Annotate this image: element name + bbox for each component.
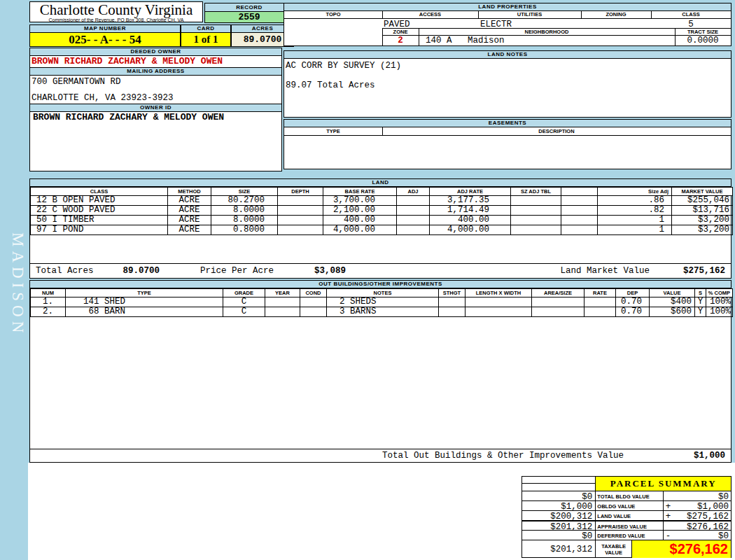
tract-size-label: TRACT SIZE — [675, 29, 731, 35]
ob-cell — [532, 298, 584, 307]
ps-row-label: OBLDG VALUE — [595, 501, 662, 510]
ob-cell — [300, 298, 327, 307]
address-line2: CHARLOTTE CH, VA 23923-3923 — [31, 93, 174, 103]
land-cell: $3,200 — [672, 225, 733, 235]
land-col-size: SIZE — [211, 188, 278, 196]
ob-col-notes: NOTES — [327, 289, 439, 298]
out-buildings-total-value: $1,000 — [694, 451, 725, 461]
ps-row-appraised: $201,312 APPRAISED VALUE $276,162 — [522, 520, 731, 530]
land-cell: ACRE — [168, 196, 211, 206]
mailing-address-block: 700 GERMANTOWN RD CHARLOTTE CH, VA 23923… — [30, 76, 281, 104]
ps-prev-value: $201,312 — [522, 522, 595, 530]
land-cell — [397, 216, 430, 225]
ps-amount: $275,162 — [687, 512, 729, 520]
land-cell: 8.0000 — [211, 216, 278, 225]
out-building-row: 1. 141 SHED C 2 SHEDS 0.70 $400 Y 100% — [31, 298, 733, 307]
zoning-label: ZONING — [581, 11, 651, 18]
ob-cell — [465, 307, 532, 317]
map-number-value: 025- - A- - - 54 — [30, 33, 180, 46]
land-cell — [397, 225, 430, 235]
land-table-header-row: CLASS METHOD SIZE DEPTH BASE RATE ADJ AD… — [31, 188, 733, 196]
ob-cell: 100% — [706, 298, 733, 307]
owner-box: DEEDED OWNER BROWN RICHARD ZACHARY & MEL… — [29, 48, 282, 172]
ob-cell: 68 BARN — [66, 307, 223, 317]
land-cell: 12 B OPEN PAVED — [31, 196, 168, 206]
land-row: 12 B OPEN PAVED ACRE 80.2700 3,700.00 3,… — [31, 196, 733, 206]
land-notes-box: LAND NOTES AC CORR BY SURVEY (21) 89.07 … — [284, 50, 732, 118]
ob-cell — [465, 298, 532, 307]
county-title: Charlotte County Virginia — [30, 2, 202, 18]
easements-box: EASEMENTS TYPE DESCRIPTION — [284, 119, 732, 169]
out-buildings-table: NUM TYPE GRADE YEAR COND NOTES STHGT LEN… — [30, 288, 733, 317]
land-note-line2: 89.07 Total Acres — [286, 80, 375, 90]
price-per-acre-label: Price Per Acre — [200, 266, 274, 276]
land-cell — [511, 216, 561, 225]
ps-header-left-cell — [522, 477, 595, 491]
land-col-depth: DEPTH — [278, 188, 323, 196]
land-cell — [511, 225, 561, 235]
land-cell: ACRE — [168, 225, 211, 235]
easement-description-label: DESCRIPTION — [382, 127, 731, 135]
record-value: 2559 — [205, 12, 293, 22]
ob-cell — [439, 298, 465, 307]
price-per-acre-value: $3,089 — [314, 266, 346, 276]
ob-cell: 0.70 — [616, 298, 650, 307]
owner-id-value: BROWN RICHARD ZACHARY & MELODY OWEN — [30, 112, 281, 124]
ps-row-value-cell: + $1,000 — [663, 501, 731, 510]
ps-taxable-prev: $201,312 — [522, 540, 595, 558]
record-box: RECORD 2559 — [204, 3, 294, 23]
utilities-label: UTILITIES — [478, 11, 581, 18]
ps-taxable-value: $276,162 — [631, 540, 731, 558]
owner-id-label: OWNER ID — [30, 104, 281, 112]
ob-cell: Y — [695, 307, 706, 317]
neighborhood-code: 140 A — [426, 36, 452, 46]
ob-col-dep: DEP — [616, 289, 650, 298]
ps-row-value-cell: $276,162 — [663, 522, 731, 530]
ps-prev-value: $0 — [522, 491, 595, 500]
easements-title: EASEMENTS — [284, 120, 731, 127]
land-cell — [278, 196, 323, 206]
ob-col-pct-comp: % COMP — [706, 289, 733, 298]
ob-cell — [584, 307, 616, 317]
ob-col-s: S — [695, 289, 706, 298]
land-notes-title: LAND NOTES — [284, 51, 731, 59]
ps-row-label: TOTAL BLDG VALUE — [595, 491, 662, 500]
land-cell — [561, 196, 598, 206]
district-sidebar-label: MADISON — [3, 232, 27, 372]
ob-cell — [439, 307, 465, 317]
ob-col-length-width: LENGTH X WIDTH — [465, 289, 532, 298]
land-cell: 3,177.35 — [430, 196, 511, 206]
land-col-adj-rate: ADJ RATE — [430, 188, 511, 196]
ob-col-value: VALUE — [650, 289, 695, 298]
ps-row-label: DEFERRED VALUE — [595, 531, 662, 540]
zone-value: 2 — [382, 36, 419, 46]
neighborhood-label: NEIGHBORHOOD — [419, 29, 675, 35]
land-cell: 0.8000 — [211, 225, 278, 235]
ob-cell: Y — [695, 298, 706, 307]
ob-cell: 3 BARNS — [327, 307, 439, 317]
ob-cell: 141 SHED — [66, 298, 223, 307]
easement-type-label: TYPE — [284, 127, 382, 135]
land-note-line1: AC CORR BY SURVEY (21) — [286, 61, 401, 71]
out-building-row: 2. 68 BARN C 3 BARNS 0.70 $600 Y 100% — [31, 307, 733, 317]
land-col-blank — [561, 188, 598, 196]
land-cell — [278, 206, 323, 216]
neighborhood-name: Madison — [468, 36, 505, 46]
ps-amount: $1,000 — [697, 502, 729, 510]
land-cell: 80.2700 — [211, 196, 278, 206]
map-number-box: MAP NUMBER 025- - A- - - 54 — [29, 24, 181, 47]
ps-row-value-cell: + $275,162 — [663, 511, 731, 520]
ob-cell: C — [223, 307, 265, 317]
ps-row-taxable: $201,312 TAXABLE VALUE $276,162 — [522, 540, 731, 558]
county-header-box: Charlotte County Virginia Commissioner o… — [29, 1, 203, 22]
land-cell: 50 I TIMBER — [31, 216, 168, 225]
land-cell — [278, 225, 323, 235]
ps-amount: $0 — [718, 492, 729, 500]
ob-col-rate: RATE — [584, 289, 616, 298]
ps-row-land: $200,312 LAND VALUE + $275,162 — [522, 510, 731, 520]
land-cell: ACRE — [168, 216, 211, 225]
land-cell — [561, 225, 598, 235]
record-label: RECORD — [205, 4, 293, 12]
land-cell — [278, 216, 323, 225]
ob-col-area-size: AREA/SIZE — [532, 289, 584, 298]
